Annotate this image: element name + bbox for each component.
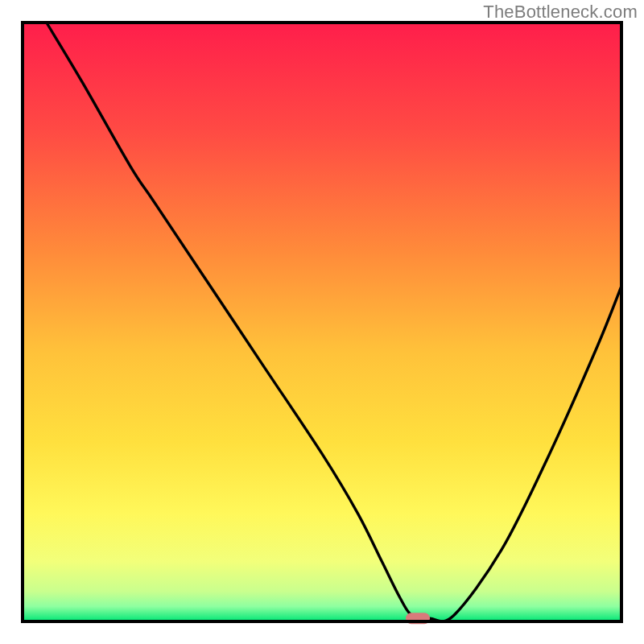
gradient-fill bbox=[23, 23, 621, 621]
watermark-text: TheBottleneck.com bbox=[483, 2, 638, 23]
bottleneck-chart: TheBottleneck.com bbox=[0, 0, 644, 644]
plot-area bbox=[23, 23, 621, 624]
chart-svg bbox=[0, 0, 644, 644]
